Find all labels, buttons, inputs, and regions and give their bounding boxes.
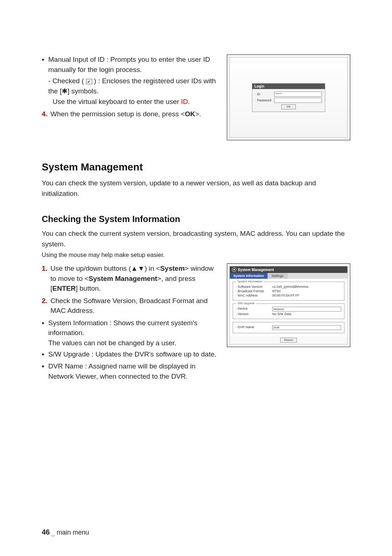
version-value: No S/W Data	[272, 312, 341, 316]
dvr-name-bullet: DVR Name : Assigned name will be display…	[48, 361, 218, 381]
dvr-name-label: · DVR Name	[236, 325, 272, 330]
bullet-dot	[42, 361, 48, 381]
sm-header-title: System Management	[238, 268, 274, 272]
page-label: main menu	[57, 529, 89, 536]
broadcast-format-value: NTSC	[272, 289, 341, 293]
page-number: 46	[42, 528, 50, 536]
mac-address-value: 00:00:F0:54:FF:FF	[272, 294, 341, 297]
login-password-field[interactable]	[274, 98, 322, 103]
login-instructions: Manual Input of ID : Prompts you to ente…	[42, 55, 218, 120]
tab-settings[interactable]: Settings	[268, 273, 287, 279]
page-footer: 46_ main menu	[42, 528, 89, 536]
step1-number: 1.	[42, 263, 50, 294]
grp-sw-upgrade-title: S/W Upgrade	[236, 302, 256, 305]
system-mgmt-window: System Management System Information Set…	[229, 266, 348, 345]
login-title: Login	[252, 84, 325, 89]
mac-address-label: · MAC Address	[236, 294, 272, 297]
system-management-heading: System Management	[42, 161, 350, 173]
system-mgmt-screenshot-frame: System Management System Information Set…	[227, 263, 350, 347]
id-red: ID.	[181, 98, 190, 105]
login-password-label: · Password	[255, 98, 274, 102]
sysinfo-bullet: System Information : Shows the current s…	[48, 319, 197, 337]
manual-input-text: Manual Input of ID : Prompts you to ente…	[48, 55, 218, 74]
login-id-field[interactable]: ******	[274, 92, 322, 97]
software-version-label: · Software Version	[236, 285, 272, 289]
login-panel: Login · ID ****** · Password OK	[252, 83, 325, 112]
checked-pre: Checked (	[53, 77, 84, 85]
bullet-dot	[42, 349, 48, 360]
step2-text: Check the Software Version, Broadcast Fo…	[50, 296, 218, 316]
bullet-dot	[42, 318, 48, 348]
step4-number: 4.	[42, 109, 50, 119]
step1-text: Use the up/down buttons (▲▼) in <System>…	[50, 263, 218, 294]
mouse-tip: Using the mouse may help make setup easi…	[42, 251, 350, 258]
login-screenshot-bg: Login · ID ****** · Password OK	[229, 57, 348, 138]
system-info-steps: 1. Use the up/down buttons (▲▼) in <Syst…	[42, 263, 218, 383]
checkbox-icon: ✔	[86, 79, 92, 84]
step4-post: >.	[195, 110, 201, 118]
gear-icon	[232, 267, 236, 272]
checking-system-info-heading: Checking the System Information	[42, 214, 350, 224]
bullet-dot	[42, 55, 48, 74]
checking-system-info-intro: You can check the current system version…	[42, 229, 350, 249]
sysinfo-bullet-note: The values can not be changed by a user.	[48, 339, 176, 347]
grp-system-info-title: System Information	[236, 280, 264, 283]
login-screenshot-frame: Login · ID ****** · Password OK	[227, 55, 350, 140]
login-ok-button[interactable]: OK	[281, 104, 296, 109]
device-label: · Device	[236, 307, 272, 311]
step4-text: When the permission setup is done, press…	[50, 110, 185, 118]
dvr-name-field[interactable]: DVR	[272, 325, 341, 330]
device-field[interactable]: Network	[272, 307, 341, 311]
page-sep: _	[51, 529, 55, 536]
login-id-label: · ID	[255, 92, 274, 96]
version-label: · Version	[236, 312, 272, 316]
step4-ok: OK	[185, 110, 195, 118]
use-virtual-kb: Use the virtual keyboard to enter the us…	[53, 98, 181, 105]
broadcast-format-label: · Broadcast Format	[236, 289, 272, 293]
return-button[interactable]: Return	[280, 338, 297, 343]
tab-system-information[interactable]: System Information	[230, 273, 268, 279]
sw-upgrade-bullet: S/W Upgrade : Updates the DVR's software…	[48, 349, 216, 360]
system-management-intro: You can check the system version, update…	[42, 178, 350, 199]
step2-number: 2.	[42, 296, 50, 316]
software-version-value: v1.0xh_yymmddhhmmss	[272, 285, 341, 289]
